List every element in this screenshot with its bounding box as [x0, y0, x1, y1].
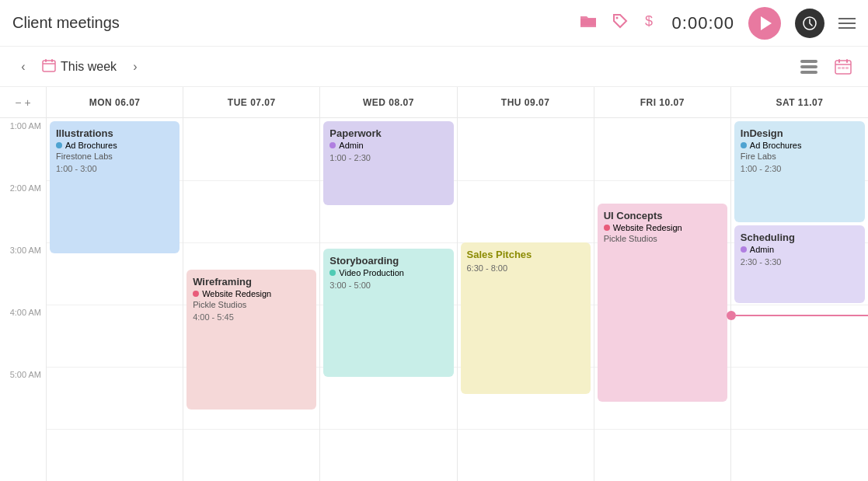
event-tag-label: Video Production — [339, 268, 404, 277]
day-col-tue[interactable]: Wireframing Website Redesign Pickle Stud… — [183, 118, 320, 481]
svg-rect-10 — [838, 59, 840, 63]
event-client: Fire Labs — [741, 152, 859, 161]
calendar-view-button[interactable] — [831, 54, 856, 79]
event-tag: Website Redesign — [604, 223, 721, 232]
event-dot — [193, 291, 199, 297]
week-nav: ‹ This week › — [12, 56, 797, 78]
zoom-in-button[interactable]: + — [25, 96, 31, 109]
event-tag-label: Website Redesign — [202, 289, 271, 298]
event-ui-concepts[interactable]: UI Concepts Website Redesign Pickle Stud… — [598, 204, 727, 402]
current-time-indicator — [731, 315, 868, 316]
time-slot-1am: 1:00 AM — [0, 118, 46, 180]
week-text: This week — [61, 60, 117, 74]
svg-rect-8 — [800, 71, 817, 74]
time-column: 1:00 AM 2:00 AM 3:00 AM 4:00 AM 5:00 AM — [0, 118, 47, 481]
svg-text:$: $ — [645, 13, 653, 29]
day-header-sat: SAT 11.07 — [731, 87, 868, 117]
event-title: UI Concepts — [604, 210, 721, 221]
time-slot-4am: 4:00 AM — [0, 305, 46, 367]
event-dot — [741, 142, 747, 148]
svg-rect-4 — [45, 59, 47, 62]
event-tag: Website Redesign — [193, 289, 310, 298]
event-indesign[interactable]: InDesign Ad Brochures Fire Labs 1:00 - 2… — [734, 121, 865, 222]
day-header-fri: FRI 10.07 — [594, 87, 731, 117]
event-client: Pickle Studios — [193, 300, 310, 309]
event-time: 1:00 - 2:30 — [329, 153, 447, 162]
event-time: 6:30 - 8:00 — [467, 263, 584, 273]
event-dot — [604, 225, 610, 231]
event-scheduling[interactable]: Scheduling Admin 2:30 - 3:30 — [734, 225, 865, 303]
tag-icon[interactable] — [612, 12, 629, 33]
svg-rect-11 — [846, 59, 848, 63]
event-time: 3:00 - 5:00 — [329, 281, 447, 290]
day-col-wed[interactable]: Paperwork Admin 1:00 - 2:30 Storyboardin… — [320, 118, 457, 481]
timer-display: 0:00:00 — [672, 13, 734, 33]
svg-rect-14 — [845, 67, 849, 69]
event-tag: Admin — [741, 245, 859, 254]
event-sales-pitches[interactable]: Sales Pitches 6:30 - 8:00 — [461, 242, 591, 394]
event-tag: Ad Brochures — [56, 141, 173, 150]
calendar-body: 1:00 AM 2:00 AM 3:00 AM 4:00 AM 5:00 AM … — [0, 118, 868, 481]
event-tag-label: Admin — [339, 141, 363, 150]
list-view-button[interactable] — [797, 54, 821, 79]
event-title: Scheduling — [741, 232, 859, 243]
event-illustrations[interactable]: Illustrations Ad Brochures Firestone Lab… — [50, 121, 180, 253]
day-header-mon: MON 06.07 — [47, 87, 183, 117]
event-time: 2:30 - 3:30 — [741, 257, 859, 267]
event-client: Firestone Labs — [56, 152, 173, 161]
event-tag-label: Website Redesign — [613, 223, 682, 232]
day-col-fri[interactable]: UI Concepts Website Redesign Pickle Stud… — [594, 118, 731, 481]
event-title: Illustrations — [56, 127, 173, 139]
page-title: Client meetings — [12, 14, 579, 32]
play-button[interactable] — [748, 7, 781, 40]
event-dot — [329, 142, 336, 148]
event-tag: Ad Brochures — [741, 141, 859, 150]
event-title: Storyboarding — [329, 255, 447, 267]
calendar-area: − + MON 06.07 TUE 07.07 WED 08.07 THU 09… — [0, 87, 868, 481]
event-dot — [56, 142, 62, 148]
menu-icon[interactable] — [838, 18, 856, 29]
header-spacer: − + — [0, 87, 47, 117]
folder-icon[interactable] — [579, 13, 598, 33]
event-tag-label: Ad Brochures — [750, 141, 802, 150]
day-col-mon[interactable]: Illustrations Ad Brochures Firestone Lab… — [47, 118, 183, 481]
time-slot-2am: 2:00 AM — [0, 180, 46, 242]
header-actions: $ 0:00:00 — [579, 7, 856, 40]
svg-rect-3 — [43, 61, 55, 71]
next-week-button[interactable]: › — [124, 56, 146, 78]
time-slot-3am: 3:00 AM — [0, 242, 46, 305]
day-header-wed: WED 08.07 — [320, 87, 457, 117]
svg-rect-5 — [51, 59, 53, 62]
event-time: 4:00 - 5:45 — [193, 312, 310, 322]
event-title: Wireframing — [193, 276, 310, 288]
day-headers: − + MON 06.07 TUE 07.07 WED 08.07 THU 09… — [0, 87, 868, 118]
day-header-thu: THU 09.07 — [458, 87, 594, 117]
day-col-sat[interactable]: InDesign Ad Brochures Fire Labs 1:00 - 2… — [731, 118, 868, 481]
svg-rect-13 — [842, 67, 845, 69]
event-title: InDesign — [741, 127, 859, 139]
event-title: Paperwork — [329, 127, 447, 139]
svg-point-0 — [615, 17, 618, 19]
event-tag-label: Ad Brochures — [65, 141, 117, 150]
day-header-tue: TUE 07.07 — [183, 87, 320, 117]
day-col-thu[interactable]: Sales Pitches 6:30 - 8:00 — [458, 118, 594, 481]
header: Client meetings $ 0:00:00 — [0, 0, 868, 47]
event-tag-label: Admin — [750, 245, 774, 254]
zoom-out-button[interactable]: − — [15, 96, 21, 109]
event-client: Pickle Studios — [604, 234, 721, 243]
clock-icon[interactable] — [795, 9, 824, 38]
prev-week-button[interactable]: ‹ — [12, 56, 34, 78]
svg-rect-7 — [800, 65, 817, 68]
event-dot — [329, 270, 336, 276]
event-wireframing[interactable]: Wireframing Website Redesign Pickle Stud… — [186, 270, 316, 410]
event-tag: Admin — [329, 141, 447, 150]
event-storyboarding[interactable]: Storyboarding Video Production 3:00 - 5:… — [323, 249, 453, 377]
svg-rect-6 — [800, 60, 817, 63]
sub-header: ‹ This week › — [0, 47, 868, 87]
event-dot — [741, 246, 747, 253]
event-paperwork[interactable]: Paperwork Admin 1:00 - 2:30 — [323, 121, 453, 205]
time-slot-5am: 5:00 AM — [0, 367, 46, 429]
event-tag: Video Production — [329, 268, 447, 277]
dollar-icon[interactable]: $ — [643, 12, 658, 34]
calendar-small-icon — [42, 58, 56, 75]
